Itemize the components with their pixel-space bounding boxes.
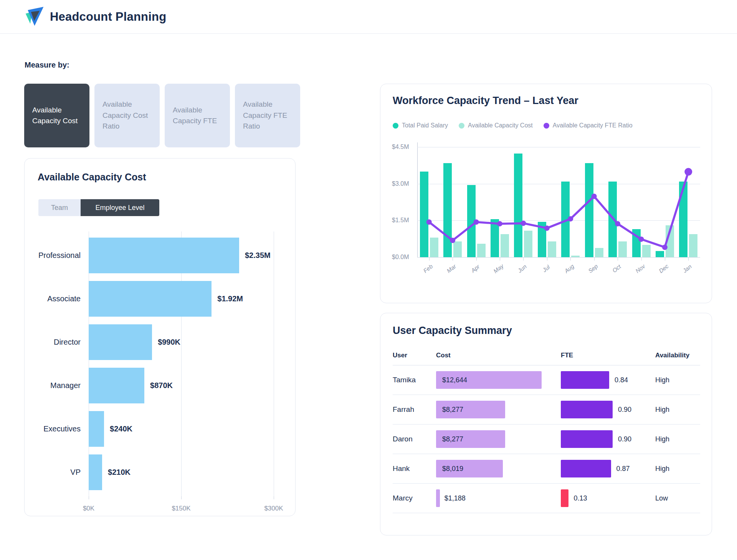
month-tick: Dec [653, 258, 676, 282]
app-logo-icon [24, 6, 46, 28]
capacity-cost-bar[interactable] [89, 281, 212, 317]
capacity-cost-bar[interactable] [89, 238, 239, 273]
cost-bar [436, 489, 440, 507]
legend-item-total-paid-salary[interactable]: Total Paid Salary [393, 122, 448, 129]
month-label: Mar [446, 263, 458, 274]
axis-tick [274, 496, 274, 499]
bar-row: Director$990K [89, 324, 274, 360]
total-paid-salary-bar[interactable] [679, 182, 687, 257]
fte-value: 0.87 [616, 465, 630, 473]
month-label: Nov [634, 263, 646, 274]
month-group [464, 142, 488, 257]
fte-value: 0.13 [574, 494, 587, 502]
month-tick: Jan [677, 258, 700, 282]
capacity-cost-bar[interactable] [89, 454, 102, 490]
total-paid-salary-bar[interactable] [467, 185, 476, 257]
x-tick-label: $0K [83, 505, 94, 512]
available-capacity-cost-bar[interactable] [642, 245, 651, 257]
fte-cell: 0.90 [561, 430, 655, 448]
trend-x-axis: FebMarAprMayJunJulAugSepOctNovDecJan [417, 258, 700, 282]
capacity-cost-title: Available Capacity Cost [38, 172, 146, 183]
month-label: Jan [682, 263, 693, 274]
total-paid-salary-bar[interactable] [632, 229, 641, 257]
toggle-team[interactable]: Team [38, 199, 81, 216]
bar-value-label: $1.92M [217, 294, 243, 303]
cost-cell: $8,277 [436, 430, 561, 448]
total-paid-salary-bar[interactable] [420, 172, 428, 257]
total-paid-salary-bar[interactable] [585, 163, 593, 257]
capacity-cost-bar[interactable] [89, 368, 144, 403]
cost-cell: $8,277 [436, 401, 561, 418]
x-tick-label: $300K [264, 505, 283, 512]
month-group [535, 142, 559, 257]
month-group [488, 142, 511, 257]
gridline [274, 231, 274, 496]
measure-option[interactable]: Available Capacity Cost [24, 84, 89, 147]
total-paid-salary-bar[interactable] [443, 163, 452, 257]
bar-row: Associate$1.92M [89, 281, 274, 317]
y-tick-label: $4.5M [392, 144, 414, 150]
available-capacity-cost-bar[interactable] [548, 241, 556, 257]
available-capacity-cost-bar[interactable] [595, 248, 603, 257]
measure-option[interactable]: Available Capacity FTE Ratio [235, 84, 300, 147]
cost-cell: $8,019 [436, 460, 561, 477]
col-header-fte: FTE [561, 352, 655, 359]
cost-value: $8,277 [436, 406, 463, 414]
availability-label: High [655, 435, 700, 443]
capacity-cost-bar[interactable] [89, 411, 104, 447]
category-label: Executives [19, 425, 81, 433]
month-tick: Jul [535, 258, 559, 282]
available-capacity-cost-bar[interactable] [501, 234, 509, 257]
available-capacity-cost-bar[interactable] [430, 238, 438, 257]
category-label: VP [19, 468, 81, 477]
available-capacity-cost-bar[interactable] [477, 244, 486, 257]
capacity-cost-bar[interactable] [89, 324, 152, 360]
measure-options: Available Capacity CostAvailable Capacit… [24, 84, 300, 147]
table-header-row: User Cost FTE Availability [393, 352, 700, 365]
measure-option[interactable]: Available Capacity FTE [165, 84, 230, 147]
capacity-cost-chart: $0K$150K$300KProfessional$2.35MAssociate… [89, 231, 274, 496]
bar-row: Manager$870K [89, 368, 274, 403]
total-paid-salary-bar[interactable] [656, 251, 664, 257]
cost-value: $8,277 [436, 435, 463, 443]
measure-option[interactable]: Available Capacity Cost Ratio [94, 84, 160, 147]
cost-cell: $1,188 [436, 489, 561, 507]
available-capacity-cost-bar[interactable] [689, 234, 697, 257]
month-tick: Mar [441, 258, 464, 282]
app-header: Headcount Planning [0, 0, 737, 34]
cost-bar: $8,019 [436, 460, 503, 477]
fte-value: 0.90 [618, 406, 631, 414]
available-capacity-cost-bar[interactable] [666, 225, 674, 257]
available-capacity-cost-bar[interactable] [453, 241, 462, 257]
trend-legend: Total Paid Salary Available Capacity Cos… [393, 122, 633, 129]
category-label: Associate [19, 294, 81, 303]
total-paid-salary-bar[interactable] [514, 154, 522, 257]
table-row: Marcy$1,1880.13Low [393, 484, 700, 513]
legend-item-available-capacity-cost[interactable]: Available Capacity Cost [459, 122, 533, 129]
total-paid-salary-bar[interactable] [561, 182, 570, 257]
measure-by-label: Measure by: [25, 61, 69, 69]
total-paid-salary-bar[interactable] [608, 182, 617, 257]
available-capacity-cost-bar[interactable] [524, 231, 532, 257]
cost-cell: $12,644 [436, 371, 561, 389]
cost-value: $8,019 [436, 465, 463, 473]
bar-row: Professional$2.35M [89, 238, 274, 273]
availability-label: Low [655, 494, 700, 502]
capacity-cost-panel: Available Capacity Cost Team Employee Le… [24, 158, 296, 516]
month-group [512, 142, 535, 257]
legend-item-fte-ratio[interactable]: Available Capacity FTE Ratio [544, 122, 633, 129]
user-capacity-table: User Cost FTE Availability Tamika$12,644… [393, 352, 700, 513]
trend-title: Workforce Capacity Trend – Last Year [393, 95, 578, 107]
total-paid-salary-bar[interactable] [538, 222, 546, 257]
total-paid-salary-bar[interactable] [491, 219, 499, 257]
category-label: Professional [19, 251, 81, 260]
month-label: Aug [563, 263, 575, 274]
month-group [441, 142, 464, 257]
available-capacity-cost-bar[interactable] [618, 241, 627, 257]
toggle-employee-level[interactable]: Employee Level [81, 199, 159, 216]
month-group [677, 142, 700, 257]
table-row: Farrah$8,2770.90High [393, 395, 700, 425]
month-label: Oct [611, 263, 622, 274]
month-group [582, 142, 606, 257]
month-tick: Jun [512, 258, 535, 282]
